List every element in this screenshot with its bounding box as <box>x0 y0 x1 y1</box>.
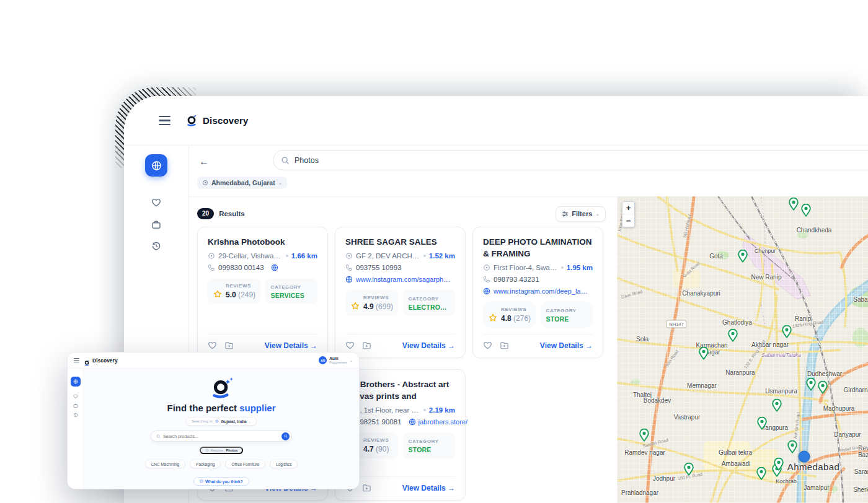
phone-icon <box>483 276 490 283</box>
supplier-search-mini-window: Discovery AU Aum Procurement ⌄ Find the … <box>67 352 360 489</box>
view-details-link[interactable]: View Details → <box>402 484 455 492</box>
star-icon <box>213 290 222 299</box>
phone-number: 093755 10993 <box>356 264 402 271</box>
category-stat: CATEGORY STORE <box>403 432 456 458</box>
favorite-heart-button[interactable] <box>345 341 355 350</box>
feedback-button[interactable]: What do you think? <box>193 477 249 486</box>
favorite-heart-button[interactable] <box>483 341 492 350</box>
mini-search-submit-button[interactable] <box>281 432 290 440</box>
user-name: Aum <box>329 356 347 361</box>
app-title: Discovery <box>203 115 249 126</box>
reviews-count: (249) <box>238 291 255 299</box>
view-details-link[interactable]: View Details → <box>540 341 593 350</box>
website-link[interactable]: www.instagram.com/sagarphotog... <box>356 276 454 283</box>
search-input[interactable] <box>294 156 542 165</box>
suggestion-chip[interactable]: Office Furniture <box>225 460 265 468</box>
map-marker-pin[interactable] <box>787 440 797 453</box>
view-details-link[interactable]: View Details → <box>265 341 317 350</box>
save-to-folder-button[interactable] <box>362 341 371 350</box>
user-role: Procurement <box>329 361 347 364</box>
business-address: 5, 1st Floor, near Pa... <box>356 406 420 414</box>
website-link[interactable]: www.instagram.com/deep_laminati... <box>494 287 591 295</box>
map-marker-pin[interactable] <box>789 198 799 211</box>
resume-search-chip[interactable]: Resume: Photos <box>200 447 244 454</box>
location-chip[interactable]: Ahmedabad, Gujarat ⌄ <box>197 177 287 189</box>
mini-discovery-logo-icon <box>84 357 90 364</box>
results-header: 20 Results Filters ⌄ <box>197 206 606 222</box>
map-marker-pin[interactable] <box>774 458 784 471</box>
mini-sidebar-item-favorites[interactable] <box>73 394 78 399</box>
website-inline[interactable] <box>271 264 281 271</box>
mini-sidebar-item-history[interactable] <box>73 413 78 418</box>
sidebar-item-history[interactable] <box>151 240 162 252</box>
map-marker-pin[interactable] <box>699 347 709 360</box>
category-label: CATEGORY <box>409 296 450 302</box>
map-zoom-in-button[interactable]: + <box>622 202 634 214</box>
website-inline[interactable]: jabrothers.store/ <box>409 418 467 426</box>
mini-sidebar-item-discover[interactable] <box>71 377 81 387</box>
star-icon <box>351 302 360 310</box>
reviews-stat: REVIEWS 4.8 (276) <box>483 302 536 328</box>
website-link[interactable]: jabrothers.store/ <box>418 418 467 426</box>
stats-row: REVIEWS 5.0 (249) CATEGORY SERVICES <box>208 278 317 304</box>
map-canvas[interactable]: ChandkhedaGotaChenpurNew RanipChanakyapu… <box>617 196 868 503</box>
map-marker-pin[interactable] <box>757 417 767 430</box>
result-card[interactable]: DEEP PHOTO LAMINATION & FRAMING First Fl… <box>472 227 603 358</box>
menu-hamburger-button[interactable] <box>159 116 170 125</box>
favorite-heart-button[interactable] <box>208 341 217 350</box>
map-zoom-control: + − <box>622 201 635 227</box>
mini-search-input[interactable] <box>163 434 281 439</box>
category-value: STORE <box>546 315 577 323</box>
separator-dot <box>286 255 288 257</box>
save-to-folder-button[interactable] <box>224 341 234 350</box>
reviews-label: REVIEWS <box>363 437 389 443</box>
filters-button[interactable]: Filters ⌄ <box>556 206 606 222</box>
map-marker-pin[interactable] <box>684 463 694 476</box>
map-marker-pin[interactable] <box>639 429 649 442</box>
result-card[interactable]: SHREE SAGAR SALES GF 2, DEV ARCHAN... 1.… <box>335 227 466 358</box>
map-selected-marker[interactable] <box>799 451 810 463</box>
mini-menu-hamburger-button[interactable] <box>74 358 79 363</box>
history-icon <box>151 241 161 251</box>
map-marker-pin[interactable] <box>782 325 792 338</box>
phone-number: 098251 90081 <box>356 418 402 426</box>
location-ring-icon <box>345 252 353 260</box>
suggestion-chip[interactable]: Packaging <box>190 460 221 468</box>
map-marker-pin[interactable] <box>801 204 811 217</box>
searching-in-chip[interactable]: Searching in: Gujarat, India ⌄ <box>186 417 257 426</box>
mini-search-field[interactable] <box>151 431 292 442</box>
map-marker-pin[interactable] <box>818 381 828 394</box>
sidebar-item-discover[interactable] <box>145 154 167 177</box>
mini-header: Discovery AU Aum Procurement ⌄ <box>68 352 359 369</box>
stats-row: REVIEWS 4.9 (699) CATEGORY ELECTRONICS .… <box>345 290 455 316</box>
website-row: www.instagram.com/deep_laminati... <box>483 287 593 295</box>
sidebar-item-favorites[interactable] <box>151 197 162 208</box>
reviews-count: (90) <box>376 445 389 453</box>
map-marker-pin[interactable] <box>756 467 766 480</box>
map-marker-pin[interactable] <box>806 378 816 391</box>
result-card[interactable]: Krishna Photobook 29-Cellar, Vishwak... … <box>197 227 328 358</box>
mini-sidebar-item-projects[interactable] <box>73 403 78 408</box>
user-menu[interactable]: AU Aum Procurement ⌄ <box>319 356 353 364</box>
phone-number: 098793 43231 <box>494 276 539 283</box>
heart-icon <box>151 198 161 208</box>
globe-icon <box>73 379 78 384</box>
separator-dot <box>423 255 426 257</box>
view-details-link[interactable]: View Details → <box>402 341 455 350</box>
map-marker-pin[interactable] <box>738 250 748 263</box>
chevron-down-icon: ⌄ <box>350 358 353 362</box>
results-count-badge: 20 <box>197 208 214 219</box>
suggestion-chip[interactable]: Logistics <box>270 460 298 468</box>
category-stat: CATEGORY ELECTRONICS ... <box>403 290 456 316</box>
suggestion-chip[interactable]: CNC Machining <box>145 460 186 468</box>
save-to-folder-button[interactable] <box>500 341 509 350</box>
map-marker-pin[interactable] <box>772 399 782 412</box>
map-zoom-out-button[interactable]: − <box>622 214 634 227</box>
back-button[interactable]: ← <box>197 154 211 169</box>
reviews-stat: REVIEWS 5.0 (249) <box>208 278 260 304</box>
save-to-folder-button[interactable] <box>362 483 371 492</box>
map-marker-pin[interactable] <box>728 329 738 342</box>
sidebar-item-projects[interactable] <box>151 219 162 230</box>
search-field[interactable] <box>273 150 868 170</box>
reviews-stat: REVIEWS 4.9 (699) <box>345 290 398 316</box>
